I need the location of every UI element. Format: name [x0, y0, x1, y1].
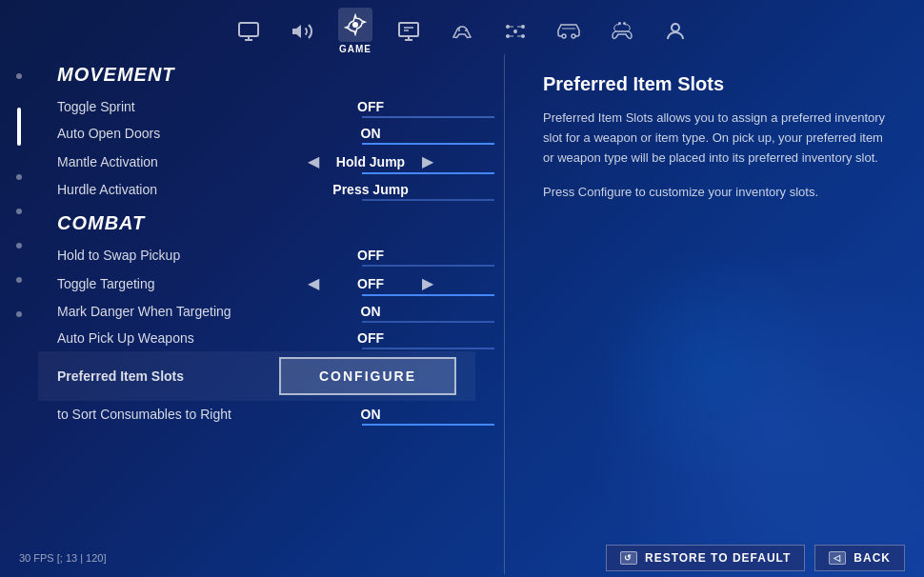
auto-pickup-weapons-value: OFF [332, 330, 409, 346]
setting-mantle-activation: Mantle Activation ◀ Hold Jump ▶ [38, 147, 475, 176]
restore-default-label: RESTORE TO DEFAULT [645, 551, 791, 565]
svg-point-11 [618, 22, 621, 25]
svg-point-12 [623, 22, 626, 25]
panel-divider [504, 54, 505, 574]
auto-open-doors-value: ON [332, 126, 409, 141]
auto-pickup-weapons-value-wrapper: OFF [285, 330, 456, 346]
sidebar-active-bar [17, 108, 21, 146]
svg-point-13 [672, 24, 679, 31]
sidebar-dot [16, 243, 22, 249]
targeting-right-arrow[interactable]: ▶ [418, 274, 437, 292]
bottom-buttons: ↺ RESTORE TO DEFAULT ◁ BACK [606, 545, 905, 571]
nav-car[interactable] [552, 14, 586, 49]
right-panel: Preferred Item Slots Preferred Item Slot… [514, 54, 924, 574]
setting-label-auto-open-doors: Auto Open Doors [57, 126, 285, 141]
setting-label-sort-consumables: to Sort Consumables to Right [57, 407, 285, 422]
setting-preferred-item-slots: Preferred Item Slots CONFIGURE [38, 351, 475, 401]
setting-label-mantle-activation: Mantle Activation [57, 154, 285, 169]
info-panel-title: Preferred Item Slots [543, 73, 895, 95]
setting-mark-danger: Mark Danger When Targeting ON [38, 298, 475, 325]
hurdle-activation-value: Press Jump [332, 182, 409, 197]
sidebar-dots [0, 54, 38, 574]
fps-counter: 30 FPS [; 13 | 120] [19, 552, 107, 564]
svg-rect-0 [239, 23, 258, 36]
info-panel-text-2: Press Configure to customize your invent… [543, 183, 895, 203]
setting-label-auto-pickup-weapons: Auto Pick Up Weapons [57, 330, 285, 346]
setting-label-mark-danger: Mark Danger When Targeting [57, 304, 285, 319]
setting-label-preferred-item-slots: Preferred Item Slots [57, 368, 279, 384]
nav-controller1[interactable] [445, 14, 479, 49]
svg-marker-1 [292, 25, 301, 38]
setting-toggle-sprint: Toggle Sprint OFF [38, 93, 475, 120]
configure-button[interactable]: CONFIGURE [279, 357, 456, 395]
sidebar-dot [16, 209, 22, 214]
main-layout: MOVEMENT Toggle Sprint OFF Auto Open Doo… [0, 54, 924, 574]
svg-point-10 [572, 34, 575, 38]
mantle-activation-value-wrapper: ◀ Hold Jump ▶ [285, 152, 456, 170]
preferred-item-slots-value-wrapper: CONFIGURE [279, 357, 456, 395]
nav-display[interactable] [231, 14, 266, 49]
setting-sort-consumables: to Sort Consumables to Right ON [38, 401, 475, 428]
mark-danger-value: ON [332, 304, 409, 319]
back-button[interactable]: ◁ BACK [814, 545, 905, 571]
info-panel-text-1: Preferred Item Slots allows you to assig… [543, 109, 895, 168]
svg-point-2 [352, 22, 358, 28]
mantle-activation-value: Hold Jump [332, 154, 409, 169]
hold-swap-pickup-value-wrapper: OFF [285, 248, 456, 263]
sidebar-dot [16, 73, 22, 79]
sidebar-dot [16, 277, 22, 283]
svg-point-7 [506, 34, 510, 38]
svg-point-6 [521, 25, 525, 29]
nav-profile[interactable] [658, 14, 693, 49]
sort-consumables-value-wrapper: ON [285, 407, 456, 422]
setting-hurdle-activation: Hurdle Activation Press Jump [38, 176, 475, 203]
movement-section-title: MOVEMENT [57, 64, 475, 86]
toggle-sprint-value: OFF [332, 99, 409, 114]
setting-label-toggle-targeting: Toggle Targeting [57, 276, 285, 291]
setting-label-toggle-sprint: Toggle Sprint [57, 99, 285, 114]
svg-point-8 [521, 34, 525, 38]
svg-rect-3 [399, 23, 418, 36]
sidebar-dot [16, 311, 22, 317]
svg-point-5 [506, 25, 510, 29]
hurdle-activation-value-wrapper: Press Jump [285, 182, 456, 197]
nav-game[interactable] [338, 8, 372, 42]
back-label: BACK [854, 551, 891, 565]
nav-broadcast[interactable] [392, 14, 426, 49]
mantle-left-arrow[interactable]: ◀ [304, 152, 323, 170]
nav-network[interactable] [498, 14, 532, 49]
nav-audio[interactable] [285, 14, 319, 49]
targeting-left-arrow[interactable]: ◀ [304, 274, 323, 292]
auto-open-doors-value-wrapper: ON [285, 126, 456, 141]
top-nav: GAME [0, 0, 924, 54]
setting-hold-swap-pickup: Hold to Swap Pickup OFF [38, 242, 475, 269]
setting-label-hurdle-activation: Hurdle Activation [57, 182, 285, 197]
sidebar-dot [16, 174, 22, 180]
combat-section-title: COMBAT [57, 212, 475, 234]
setting-auto-open-doors: Auto Open Doors ON [38, 120, 475, 147]
hold-swap-pickup-value: OFF [332, 248, 409, 263]
bottom-bar: 30 FPS [; 13 | 120] ↺ RESTORE TO DEFAULT… [0, 539, 924, 577]
mark-danger-value-wrapper: ON [285, 304, 456, 319]
setting-toggle-targeting: Toggle Targeting ◀ OFF ▶ [38, 269, 475, 298]
nav-game-label: GAME [339, 44, 372, 54]
restore-default-button[interactable]: ↺ RESTORE TO DEFAULT [606, 545, 805, 571]
left-panel: MOVEMENT Toggle Sprint OFF Auto Open Doo… [38, 54, 494, 574]
toggle-sprint-value-wrapper: OFF [285, 99, 456, 114]
setting-label-hold-swap-pickup: Hold to Swap Pickup [57, 248, 285, 263]
toggle-targeting-value-wrapper: ◀ OFF ▶ [285, 274, 456, 292]
back-icon: ◁ [829, 551, 846, 565]
nav-gamepad[interactable] [605, 14, 639, 49]
restore-icon: ↺ [620, 551, 637, 565]
toggle-targeting-value: OFF [332, 276, 409, 291]
setting-auto-pickup-weapons: Auto Pick Up Weapons OFF [38, 325, 475, 351]
svg-point-9 [562, 34, 566, 38]
mantle-right-arrow[interactable]: ▶ [418, 152, 437, 170]
sort-consumables-value: ON [332, 407, 409, 422]
